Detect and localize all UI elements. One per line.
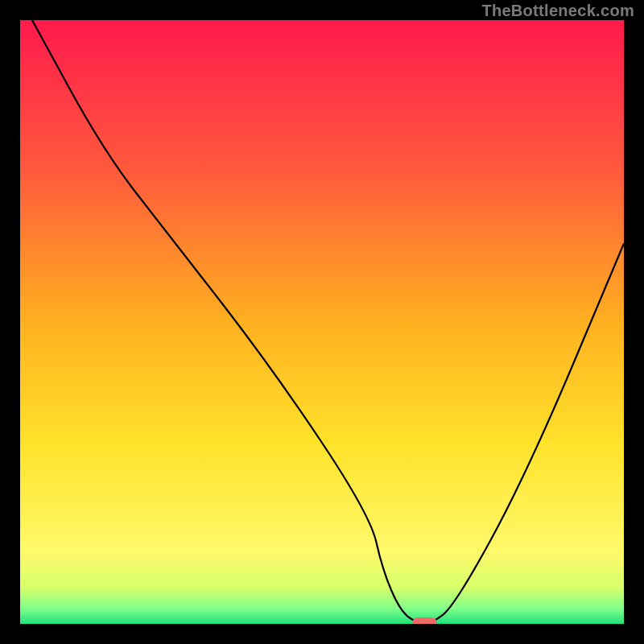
optimal-marker [413, 617, 437, 624]
chart-frame: TheBottleneck.com [0, 0, 644, 644]
watermark-label: TheBottleneck.com [481, 2, 634, 20]
gradient-background [20, 20, 624, 624]
plot-area [20, 20, 624, 624]
chart-svg [20, 20, 624, 624]
